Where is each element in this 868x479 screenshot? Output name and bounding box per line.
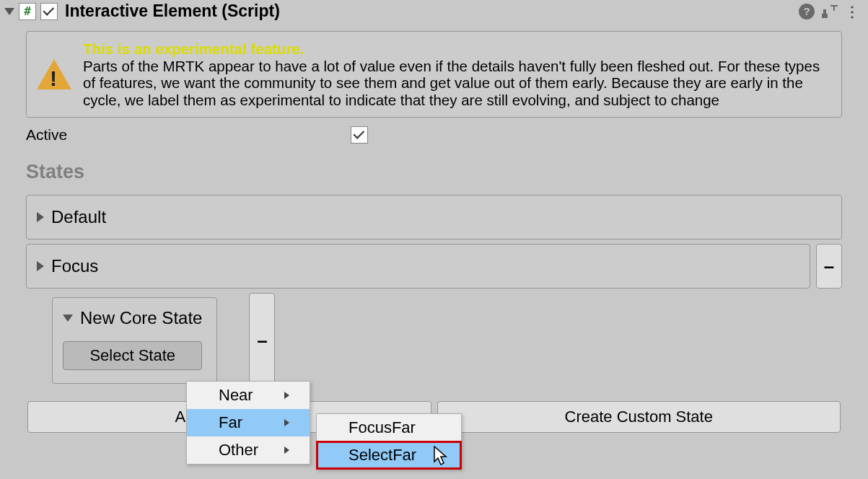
menu-item-label: Far <box>219 413 242 432</box>
checkmark-icon <box>43 4 55 16</box>
foldout-arrow-icon <box>37 261 44 271</box>
active-label: Active <box>26 126 351 144</box>
state-foldout-header[interactable]: New Core State <box>63 308 202 328</box>
active-checkbox[interactable] <box>351 126 368 144</box>
foldout-arrow-icon <box>37 212 44 222</box>
preset-icon[interactable] <box>822 5 838 18</box>
menu-item-label: Near <box>219 386 253 405</box>
svg-rect-1 <box>823 9 826 14</box>
submenu-arrow-icon <box>284 447 289 454</box>
script-icon: # <box>19 3 36 20</box>
remove-state-button[interactable]: – <box>249 293 275 388</box>
context-menu-item-far[interactable]: Far <box>187 409 310 436</box>
submenu-arrow-icon <box>284 392 289 399</box>
experimental-warning-box: This is an experimental feature. Parts o… <box>26 31 842 118</box>
state-foldout-newcore: New Core State Select State <box>52 297 217 384</box>
state-name: Focus <box>51 256 98 276</box>
svg-rect-0 <box>822 14 828 18</box>
states-section-header: States <box>0 148 868 190</box>
state-name: Default <box>51 207 106 227</box>
state-foldout-default[interactable]: Default <box>26 195 842 240</box>
state-foldout-focus[interactable]: Focus <box>26 244 810 289</box>
select-state-button[interactable]: Select State <box>63 341 202 370</box>
warning-icon <box>37 59 71 89</box>
submenu-item-label: FocusFar <box>348 418 416 436</box>
checkmark-icon <box>354 128 365 139</box>
state-name: New Core State <box>80 308 202 328</box>
help-icon[interactable]: ? <box>799 4 815 19</box>
submenu-item-focusfar[interactable]: FocusFar <box>317 414 461 441</box>
foldout-arrow-icon <box>63 315 73 322</box>
component-title: Interactive Element (Script) <box>65 1 794 21</box>
warning-text: This is an experimental feature. Parts o… <box>83 40 831 108</box>
submenu-arrow-icon <box>284 419 289 426</box>
create-custom-state-button[interactable]: Create Custom State <box>437 401 841 433</box>
context-menu-item-near[interactable]: Near <box>187 382 310 409</box>
component-enable-checkbox[interactable] <box>40 3 58 20</box>
warning-body: Parts of the MRTK appear to have a lot o… <box>83 58 820 108</box>
context-menu: Near Far Other <box>186 381 310 465</box>
submenu-item-label: SelectFar <box>348 446 416 464</box>
warning-title: This is an experimental feature. <box>83 40 304 57</box>
submenu-item-selectfar[interactable]: SelectFar <box>317 441 461 469</box>
menu-item-label: Other <box>219 441 258 460</box>
remove-state-button[interactable]: – <box>816 244 842 289</box>
state-row-newcore: New Core State Select State – <box>26 293 842 388</box>
svg-rect-3 <box>833 5 835 11</box>
component-header: # Interactive Element (Script) ? ⋮ <box>0 0 868 27</box>
context-menu-item-other[interactable]: Other <box>187 436 310 464</box>
header-icons: ? ⋮ <box>799 3 859 20</box>
state-row-focus: Focus – <box>26 244 842 289</box>
context-submenu: FocusFar SelectFar <box>316 413 462 470</box>
component-foldout-arrow[interactable] <box>4 8 14 15</box>
kebab-menu-icon[interactable]: ⋮ <box>845 3 859 20</box>
active-field-row: Active <box>0 125 868 148</box>
